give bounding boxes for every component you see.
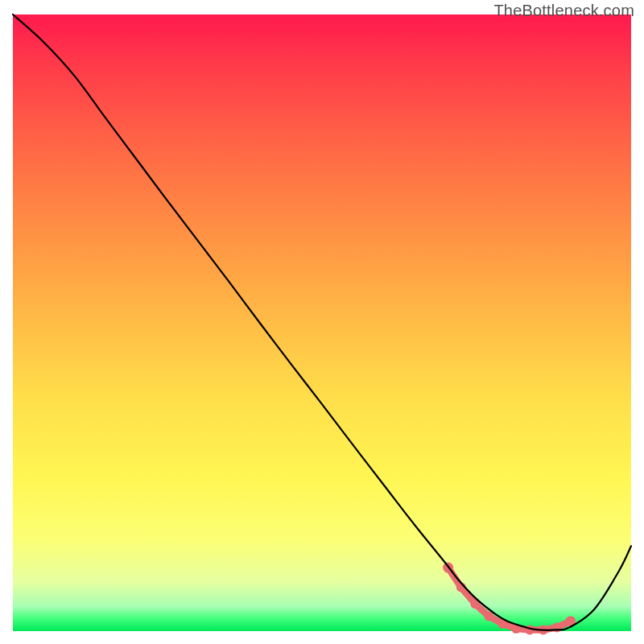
watermark-text: TheBottleneck.com xyxy=(493,2,634,20)
chart-root: TheBottleneck.com xyxy=(0,0,644,644)
gradient-background xyxy=(13,14,631,631)
